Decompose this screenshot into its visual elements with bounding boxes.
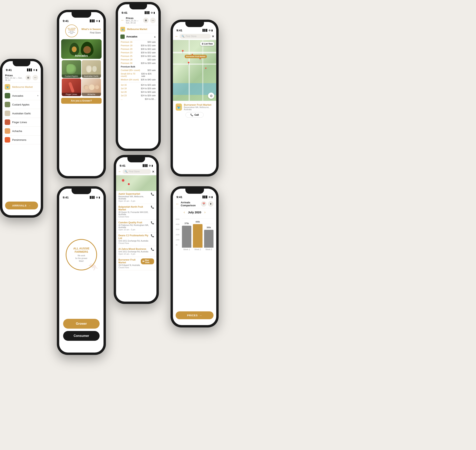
status-time4: 9:41	[63, 196, 69, 199]
top-nav: ALL AUSSIEFARMERS We workfor the growerM…	[59, 23, 104, 38]
calendar-icon-btn[interactable]: 📅	[201, 201, 206, 207]
item-name-achacha: Achacha	[12, 130, 38, 133]
store-hours-burraneer: Closed Now	[118, 266, 141, 269]
notch	[13, 61, 30, 66]
call-button[interactable]: 📞 Call	[185, 112, 204, 118]
price-value-1st23: $24 to $26 sale	[141, 94, 156, 97]
product-header[interactable]: Avocados ▲	[118, 33, 159, 40]
map-pin-selected[interactable]: 📍	[187, 62, 191, 65]
signal3-icon: ▋▋▋	[145, 11, 150, 14]
logo-center-area: ALL AUSSIEFARMERS We workfor the growerM…	[59, 200, 104, 270]
list-view-btn[interactable]: ☰ List View	[200, 42, 214, 46]
phone-find-store-map: 9:41 ▋▋▋ ⊙ ▮ ← 🔍 Find Store ✕	[170, 20, 219, 177]
next-month-btn[interactable]: ›	[204, 210, 206, 214]
bar-label-week3: 305k	[207, 226, 211, 229]
store-deans[interactable]: Deans CJ Fruitmarkets Pty Ltd Unit 10/11…	[116, 232, 156, 246]
market-item[interactable]: 🏪 Melbourne Market	[2, 83, 41, 91]
store-tooltip: Burraneer Fruit Market	[185, 55, 207, 58]
phone-icon-alzahra[interactable]: 📞	[151, 248, 154, 251]
list-item-australian-garlic[interactable]: Australian Garlic	[2, 109, 41, 118]
achacha-img	[5, 128, 10, 134]
store-info-balgowlah: Balgowlah North Fruit Market 28 Queen St…	[118, 206, 151, 218]
avocado-img	[5, 93, 10, 98]
store-detail-header: 🏪 Burraneer Fruit Market Bassendean WA, …	[176, 103, 213, 111]
search-placeholder6: Find Store	[186, 35, 196, 38]
grid-icon-btn[interactable]: ⊞	[25, 75, 31, 80]
market-row3[interactable]: 🏪 Melbourne Market	[118, 25, 159, 33]
store-burraneer[interactable]: Burraneer Fruit Market 154 Edward St, Au…	[116, 257, 156, 270]
grower-cta[interactable]: Are you a Grower?	[61, 98, 101, 104]
thumb-garlic[interactable]: Australian Garlic	[82, 60, 101, 78]
store-aamir[interactable]: Aamir Supermarket Bassendean WA, Melbour…	[116, 191, 156, 204]
price-value-medium: $35 to $40 sale	[141, 78, 156, 81]
phone-icon-balgowlah[interactable]: 📞	[151, 206, 154, 209]
header-links: What's in Season Find Store	[81, 28, 101, 34]
market-name3: Melbourne Market	[127, 28, 147, 31]
prev-month-btn[interactable]: ‹	[184, 210, 185, 214]
bar-col-week2: 400k	[193, 221, 202, 248]
back-button[interactable]: ←	[121, 18, 124, 22]
search-bar5[interactable]: 🔍 Find Store	[123, 169, 151, 174]
price-value-p23: $30 to $32 sale	[141, 51, 156, 54]
prices-button[interactable]: PRICES →	[176, 311, 213, 319]
close-icon5[interactable]: ✕	[152, 170, 154, 173]
price-label-1st20: 1st 20	[121, 91, 127, 93]
thumb-finger-limes[interactable]: Finger Limes	[62, 78, 81, 96]
signal-icon: ▋▋▋	[27, 69, 32, 71]
store-addr-camden: 44 Patterson Rd, Rockingham WA, Australi…	[118, 224, 151, 228]
list-item-persimmons[interactable]: Persimmons	[2, 136, 41, 144]
phone-icon-aamir[interactable]: 📞	[151, 193, 154, 196]
store-balgowlah[interactable]: Balgowlah North Fruit Market 28 Queen St…	[116, 204, 156, 220]
location-btn[interactable]: ⊙	[208, 93, 214, 99]
thumb-custard-apples[interactable]: Custard Apples	[62, 60, 81, 78]
search-icon6: 🔍	[182, 35, 184, 38]
bulk-header-label: Premium Bulk	[121, 65, 135, 68]
back-button5[interactable]: ←	[118, 170, 122, 174]
battery2-icon: ▮	[99, 20, 100, 22]
more-icon-btn3[interactable]: ⋯	[150, 18, 156, 23]
grower-button[interactable]: Grower	[63, 319, 100, 329]
price-label-p25: Premium 25	[121, 55, 132, 57]
logo-tagline: We workfor the growerMate!	[68, 31, 75, 34]
signal7-icon: ▋▋▋	[203, 196, 208, 198]
share-icon-btn[interactable]: ⬆	[208, 201, 213, 207]
search-bar6[interactable]: 🔍 Find Store	[180, 34, 211, 39]
arrivals-button[interactable]: ARRIVALS →	[5, 201, 38, 209]
price-label-p16: Premium 16	[121, 41, 132, 43]
find-store-link[interactable]: Find Store	[81, 31, 101, 34]
grid-icon-btn3[interactable]: ⊞	[143, 18, 149, 23]
thumb-achacha[interactable]: Achacha	[82, 78, 101, 96]
list-item-custard-apples[interactable]: Custard Apples	[2, 100, 41, 109]
close-icon6[interactable]: ✕	[212, 35, 214, 38]
store-addr-alzahra: Unit 10/11 Exchange Rd, Australia	[118, 251, 148, 253]
price-label-p18: Premium 18	[121, 44, 132, 47]
store-name-alzahra: Al Zahra Mixed Business	[118, 248, 148, 250]
search-icon5: 🔍	[125, 170, 128, 173]
australia-outline: 🦘	[88, 262, 98, 272]
bar-label-week1: 375k	[184, 222, 189, 225]
arrow-icon: →	[28, 204, 31, 207]
wifi2-icon: ⊙	[96, 20, 98, 22]
whats-in-season-link[interactable]: What's in Season	[81, 28, 101, 31]
phone-icon-camden[interactable]: 📞	[151, 221, 154, 224]
more-icon-btn[interactable]: ⋯	[33, 75, 38, 80]
bar-col-week1: 375k	[182, 222, 191, 248]
map-view-icon: 🗺	[142, 261, 144, 263]
store-info-alzahra: Al Zahra Mixed Business Unit 10/11 Excha…	[118, 248, 148, 255]
list-item-achacha[interactable]: Achacha	[2, 127, 41, 136]
battery5-icon: ▮	[152, 164, 153, 167]
consumer-button[interactable]: Consumer	[63, 331, 100, 341]
map-view-btn[interactable]: 🗺 Map View	[141, 258, 154, 264]
road-v1	[188, 40, 190, 101]
store-camden[interactable]: Camden Quality Fruit 44 Patterson Rd, Ro…	[116, 220, 156, 232]
store-alzahra[interactable]: Al Zahra Mixed Business Unit 10/11 Excha…	[116, 246, 156, 257]
back-button7[interactable]: ←	[176, 202, 179, 206]
phone-consumer-grower: 9:41 ▋▋▋ ⊙ ▮ ALL AUSSIEFARMERS We workfo…	[57, 186, 106, 355]
list-item-avocados[interactable]: Avocados ▾	[2, 91, 41, 100]
back-button6[interactable]: ←	[175, 34, 178, 38]
store-detail-icon: 🏪	[176, 104, 182, 111]
list-item-finger-limes[interactable]: Finger Limes	[2, 118, 41, 127]
phone-icon-deans[interactable]: 📞	[151, 234, 154, 237]
price-row-p18: Premium 18 $30 to $32 sale	[118, 44, 159, 47]
product-name3: Avocados	[126, 35, 137, 38]
